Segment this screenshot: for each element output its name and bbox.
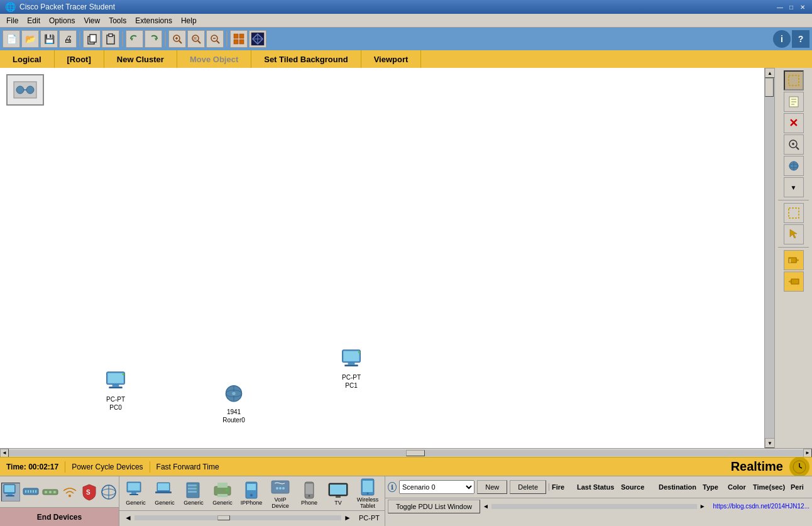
zoom-reset-btn[interactable]: R [187,30,205,48]
pc0-type-label: PC-PT [106,396,125,403]
cat-wireless[interactable] [60,483,79,501]
dev-generic-4[interactable]: Generic [209,481,236,506]
root-button[interactable]: [Root] [55,50,104,68]
hscroll-left[interactable]: ◄ [0,449,9,458]
device-category-label: End Devices [0,507,119,526]
router0-device[interactable]: 1941 Router0 [219,382,249,424]
menu-edit[interactable]: Edit [23,15,44,26]
menu-extensions[interactable]: Extensions [131,15,176,26]
draw-tool[interactable] [784,156,804,176]
redo-button[interactable] [145,30,162,48]
dev-wireless-tablet[interactable]: Wireless Tablet [353,478,382,509]
col-color: Color [728,483,753,491]
cat-wan[interactable] [99,483,118,501]
open-button[interactable]: 📂 [21,30,39,48]
dev-tv-label: TV [334,500,342,506]
logical-button[interactable]: Logical [0,50,55,68]
zoom-in-btn[interactable] [168,30,186,48]
zoom-tool[interactable] [784,134,804,155]
menu-help[interactable]: Help [177,15,200,26]
toolbar-sep-2 [122,31,123,47]
copy-button[interactable] [83,30,101,48]
dev-nav-prev[interactable]: ◄ [124,513,132,522]
dev-generic-3[interactable]: Generic [180,481,207,506]
vscroll-down[interactable]: ▼ [765,438,774,448]
network-button[interactable] [249,30,266,48]
svg-rect-98 [217,494,228,497]
maximize-button[interactable]: □ [787,3,796,11]
zoom-out-btn[interactable] [206,30,224,48]
pointer-tool[interactable] [784,224,804,244]
send-pdu-tool[interactable] [784,250,804,270]
canvas-area[interactable]: PC-PT PC0 1941 Router0 [0,68,774,448]
svg-rect-88 [158,483,169,490]
paste-button[interactable] [102,30,119,48]
dev-phone[interactable]: Phone [295,481,323,506]
move-object-label: Move Object [190,55,238,64]
rect-select-tool[interactable] [784,203,804,223]
svg-rect-70 [28,490,29,493]
menu-file[interactable]: File [3,15,22,26]
menu-view[interactable]: View [80,15,104,26]
recv-pdu-tool[interactable] [784,271,804,292]
scenario-select[interactable]: Scenario 0 [399,480,475,494]
pdu-new-button[interactable]: New [477,480,507,494]
dev-phone-icon [298,481,321,500]
svg-rect-42 [789,75,799,85]
grid-button[interactable] [230,30,248,48]
pdu-delete-button[interactable]: Delete [510,480,546,494]
bottom-panel: S End Devices [0,476,812,526]
cat-security[interactable]: S [80,483,98,501]
menu-tools[interactable]: Tools [105,15,130,26]
power-cycle-button[interactable]: Power Cycle Devices [65,461,150,473]
dev-ipphone[interactable]: IPPhone [238,481,265,506]
dev-voip[interactable]: VoIP Device [266,478,294,509]
svg-rect-84 [128,483,140,491]
move-object-button[interactable]: Move Object [177,50,251,68]
dev-nav-next[interactable]: ► [344,513,351,522]
print-button[interactable]: 🖨 [59,30,77,48]
minimize-button[interactable]: — [776,3,784,11]
viewport-button[interactable]: Viewport [361,50,422,68]
app-title-group: 🌐 Cisco Packet Tracer Student [5,2,115,12]
pc0-device[interactable]: PC-PT PC0 [101,370,131,411]
dev-generic-1[interactable]: Generic [122,481,150,506]
pdu-scroll-left[interactable]: ◄ [483,503,489,510]
pc1-type-label: PC-PT [342,374,361,381]
dev-tv[interactable]: TV [324,481,352,506]
select-tool[interactable] [784,70,804,90]
cat-switches[interactable] [21,483,40,501]
pdu-top-row: ℹ Scenario 0 New Delete Fire Last Status… [385,476,812,498]
vscroll-up[interactable]: ▲ [765,68,774,78]
vscrollbar[interactable]: ▲ ▼ [764,68,774,448]
note-tool[interactable] [784,92,804,112]
cat-hubs[interactable] [41,483,59,501]
delete-tool[interactable]: ✕ [784,113,804,133]
tool-dropdown[interactable]: ▼ [784,177,804,197]
new-cluster-button[interactable]: New Cluster [104,50,177,68]
svg-rect-54 [789,208,799,218]
cluster-indicator[interactable] [6,74,44,106]
new-button[interactable]: 📄 [3,30,20,48]
close-button[interactable]: ✕ [798,3,807,11]
cat-end-devices[interactable] [1,483,20,501]
vscroll-thumb[interactable] [765,78,774,97]
hscroll-right[interactable]: ► [803,449,812,458]
fast-forward-button[interactable]: Fast Forward Time [150,461,226,473]
toggle-pdu-button[interactable]: Toggle PDU List Window [388,500,480,513]
logical-label: Logical [13,55,41,64]
dev-hscroll-thumb[interactable] [217,515,230,520]
dev-generic-2[interactable]: Generic [151,481,178,506]
end-devices-label: End Devices [37,513,82,522]
menu-options[interactable]: Options [45,15,79,26]
pdu-scroll-right[interactable]: ► [700,503,706,510]
set-tiled-bg-button[interactable]: Set Tiled Background [251,50,361,68]
pc1-device[interactable]: PC-PT PC1 [336,348,366,389]
undo-button[interactable] [126,30,143,48]
hscroll-thumb[interactable] [406,450,425,456]
info-button[interactable]: i [773,30,791,48]
hscrollbar[interactable]: ◄ ► [0,448,812,457]
save-button[interactable]: 💾 [40,30,58,48]
realtime-clock-icon[interactable] [789,457,809,477]
help-button[interactable]: ? [792,30,809,48]
